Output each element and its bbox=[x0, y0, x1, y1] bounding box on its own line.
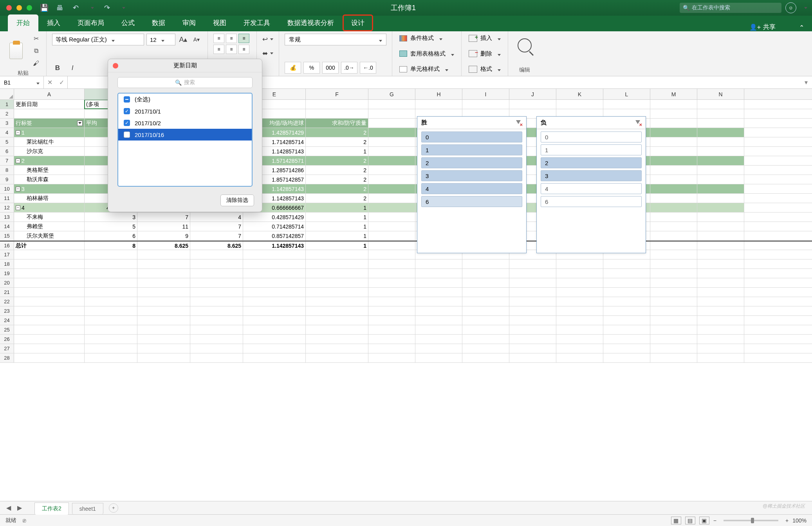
slicer-item-4[interactable]: 4 bbox=[541, 183, 642, 194]
filter-search-input[interactable]: 🔍搜索 bbox=[117, 77, 253, 88]
cell-K26[interactable] bbox=[556, 335, 603, 344]
cell-J27[interactable] bbox=[509, 344, 556, 353]
slicer-item-3[interactable]: 3 bbox=[421, 170, 522, 181]
cell-N22[interactable] bbox=[697, 297, 744, 306]
cell-B24[interactable] bbox=[85, 316, 137, 325]
cell-C21[interactable] bbox=[137, 288, 190, 297]
cell-B13[interactable]: 3 bbox=[85, 213, 137, 222]
slicer-胜[interactable]: 胜012346 bbox=[417, 116, 527, 253]
cell-A4[interactable]: −1 bbox=[14, 128, 85, 137]
cell-C17[interactable] bbox=[137, 250, 190, 259]
filter-select-all[interactable]: (全选) bbox=[118, 94, 252, 105]
cell-J26[interactable] bbox=[509, 335, 556, 344]
cell-F20[interactable] bbox=[306, 278, 368, 287]
cell-F27[interactable] bbox=[306, 344, 368, 353]
slicer-item-4[interactable]: 4 bbox=[421, 183, 522, 194]
cell-E13[interactable]: 0.428571429 bbox=[243, 213, 306, 222]
collapse-ribbon-icon[interactable]: ⌃ bbox=[799, 24, 804, 31]
cell-C14[interactable]: 11 bbox=[137, 222, 190, 231]
window-minimize[interactable] bbox=[16, 5, 22, 11]
cell-G4[interactable] bbox=[368, 128, 415, 137]
align-left[interactable]: ≡ bbox=[213, 45, 224, 54]
cell-G13[interactable] bbox=[368, 213, 415, 222]
window-close[interactable] bbox=[6, 5, 12, 11]
search-input[interactable]: 🔍 在工作表中搜索 bbox=[680, 3, 781, 13]
slicer-item-2[interactable]: 2 bbox=[421, 157, 522, 168]
cell-N9[interactable] bbox=[697, 175, 744, 184]
cell-N7[interactable] bbox=[697, 156, 744, 165]
cell-F16[interactable]: 1 bbox=[306, 241, 368, 250]
cell-N17[interactable] bbox=[697, 250, 744, 259]
cell-N4[interactable] bbox=[697, 128, 744, 137]
cell-N26[interactable] bbox=[697, 335, 744, 344]
cell-N21[interactable] bbox=[697, 288, 744, 297]
align-bottom[interactable]: ≡ bbox=[238, 34, 249, 43]
cell-K18[interactable] bbox=[556, 259, 603, 268]
cell-N24[interactable] bbox=[697, 316, 744, 325]
cell-B22[interactable] bbox=[85, 297, 137, 306]
cell-M9[interactable] bbox=[650, 175, 697, 184]
cell-G1[interactable] bbox=[368, 100, 415, 109]
tab-review[interactable]: 审阅 bbox=[174, 14, 204, 31]
align-middle[interactable]: ≡ bbox=[226, 34, 237, 43]
cell-styles[interactable]: 单元格样式 bbox=[398, 65, 456, 74]
cell-J18[interactable] bbox=[509, 259, 556, 268]
cancel-icon[interactable]: ✕ bbox=[44, 79, 56, 86]
cell-K27[interactable] bbox=[556, 344, 603, 353]
cell-I22[interactable] bbox=[462, 297, 509, 306]
cell-C24[interactable] bbox=[137, 316, 190, 325]
col-header-K[interactable]: K bbox=[556, 89, 603, 99]
insert-cells[interactable]: 插入 bbox=[467, 34, 502, 43]
cell-N13[interactable] bbox=[697, 213, 744, 222]
row-header-4[interactable]: 4 bbox=[0, 128, 14, 137]
cell-M13[interactable] bbox=[650, 213, 697, 222]
cell-N12[interactable] bbox=[697, 203, 744, 212]
cell-E22[interactable] bbox=[243, 297, 306, 306]
cell-G11[interactable] bbox=[368, 194, 415, 203]
cell-A15[interactable]: 沃尔夫斯堡 bbox=[14, 231, 85, 240]
format-cells[interactable]: 格式 bbox=[467, 65, 502, 74]
cell-F26[interactable] bbox=[306, 335, 368, 344]
cell-B17[interactable] bbox=[85, 250, 137, 259]
cell-G17[interactable] bbox=[368, 250, 415, 259]
row-header-24[interactable]: 24 bbox=[0, 316, 14, 325]
clear-filter-button[interactable]: 清除筛选 bbox=[220, 195, 254, 206]
tab-pivot-analyze[interactable]: 数据透视表分析 bbox=[279, 14, 343, 31]
cell-M2[interactable] bbox=[650, 109, 697, 118]
slicer-item-6[interactable]: 6 bbox=[541, 196, 642, 207]
cell-N11[interactable] bbox=[697, 194, 744, 203]
cell-B15[interactable]: 6 bbox=[85, 231, 137, 240]
cell-B19[interactable] bbox=[85, 269, 137, 278]
cell-C22[interactable] bbox=[137, 297, 190, 306]
cell-C26[interactable] bbox=[137, 335, 190, 344]
increase-font-icon[interactable]: A▴ bbox=[178, 34, 189, 45]
cell-N8[interactable] bbox=[697, 166, 744, 175]
slicer-item-6[interactable]: 6 bbox=[421, 196, 522, 207]
cell-L22[interactable] bbox=[603, 297, 650, 306]
cell-K19[interactable] bbox=[556, 269, 603, 278]
cell-M14[interactable] bbox=[650, 222, 697, 231]
cell-G7[interactable] bbox=[368, 156, 415, 165]
cell-F13[interactable]: 1 bbox=[306, 213, 368, 222]
cell-E16[interactable]: 1.142857143 bbox=[243, 241, 306, 250]
cell-A20[interactable] bbox=[14, 278, 85, 287]
row-header-28[interactable]: 28 bbox=[0, 353, 14, 362]
cell-K23[interactable] bbox=[556, 306, 603, 315]
cell-M24[interactable] bbox=[650, 316, 697, 325]
cell-J20[interactable] bbox=[509, 278, 556, 287]
cell-M11[interactable] bbox=[650, 194, 697, 203]
view-page-break[interactable]: ▣ bbox=[699, 517, 709, 524]
cell-G26[interactable] bbox=[368, 335, 415, 344]
row-header-7[interactable]: 7 bbox=[0, 156, 14, 165]
cell-A9[interactable]: 勒沃库森 bbox=[14, 175, 85, 184]
cell-H18[interactable] bbox=[415, 259, 462, 268]
cell-D20[interactable] bbox=[190, 278, 243, 287]
row-header-2[interactable]: 2 bbox=[0, 109, 14, 118]
cell-M1[interactable] bbox=[650, 100, 697, 109]
cell-M10[interactable] bbox=[650, 184, 697, 193]
cell-M19[interactable] bbox=[650, 269, 697, 278]
cell-H23[interactable] bbox=[415, 306, 462, 315]
cell-A18[interactable] bbox=[14, 259, 85, 268]
tab-view[interactable]: 视图 bbox=[204, 14, 235, 31]
tab-layout[interactable]: 页面布局 bbox=[69, 14, 113, 31]
